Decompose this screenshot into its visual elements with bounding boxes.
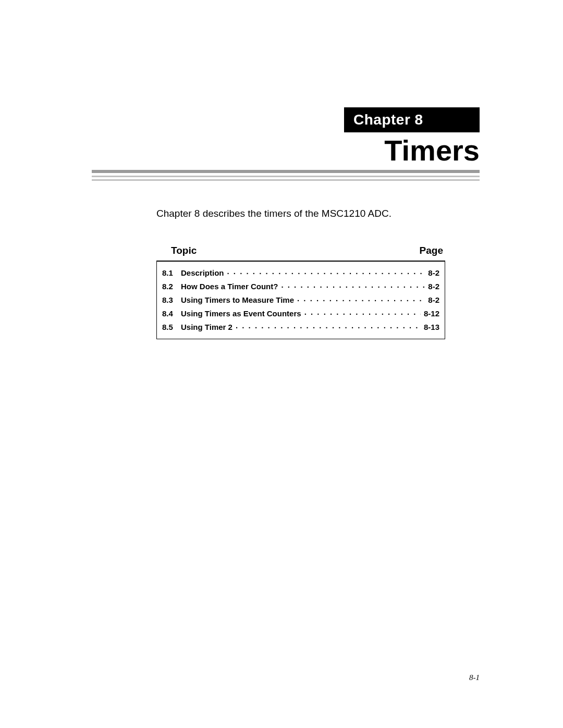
toc-dots xyxy=(297,295,425,303)
toc-title: Using Timers as Event Counters xyxy=(181,309,301,318)
toc-title: How Does a Timer Count? xyxy=(181,282,278,291)
toc-row: 8.2 How Does a Timer Count? 8-2 xyxy=(162,279,439,293)
toc-row: 8.1 Description 8-2 xyxy=(162,266,439,279)
separator-rules xyxy=(92,170,480,183)
toc-page: 8-2 xyxy=(428,282,439,291)
toc-dots xyxy=(281,281,425,289)
toc-title: Using Timers to Measure Time xyxy=(181,295,294,304)
toc-header-page: Page xyxy=(420,245,443,256)
toc-header: Topic Page xyxy=(156,245,445,262)
toc-row: 8.4 Using Timers as Event Counters 8-12 xyxy=(162,306,439,320)
toc-title: Description xyxy=(181,268,224,277)
toc-page: 8-12 xyxy=(424,309,439,318)
page-number-footer: 8-1 xyxy=(469,673,480,682)
toc-dots xyxy=(304,309,421,316)
chapter-banner: Chapter 8 xyxy=(344,107,480,132)
toc-num: 8.1 xyxy=(162,268,181,277)
toc-page: 8-2 xyxy=(428,295,439,304)
toc-num: 8.4 xyxy=(162,309,181,318)
rule-thick xyxy=(92,170,480,173)
toc-page: 8-2 xyxy=(428,268,439,277)
rule-thin-2 xyxy=(92,179,480,181)
toc-dots xyxy=(227,268,425,276)
toc-row: 8.5 Using Timer 2 8-13 xyxy=(162,320,439,334)
toc-num: 8.5 xyxy=(162,323,181,331)
rule-thin-1 xyxy=(92,176,480,177)
toc-row: 8.3 Using Timers to Measure Time 8-2 xyxy=(162,293,439,306)
toc-dots xyxy=(236,322,421,330)
toc-header-topic: Topic xyxy=(171,245,197,256)
toc-title: Using Timer 2 xyxy=(181,323,232,331)
chapter-intro: Chapter 8 describes the timers of the MS… xyxy=(156,207,445,220)
chapter-title: Timers xyxy=(384,133,480,167)
toc-num: 8.3 xyxy=(162,295,181,304)
toc-page: 8-13 xyxy=(424,323,439,331)
page: Chapter 8 Timers Chapter 8 describes the… xyxy=(0,0,563,728)
table-of-contents: Topic Page 8.1 Description 8-2 8.2 How D… xyxy=(156,245,445,339)
toc-num: 8.2 xyxy=(162,282,181,291)
toc-body: 8.1 Description 8-2 8.2 How Does a Timer… xyxy=(156,262,445,339)
